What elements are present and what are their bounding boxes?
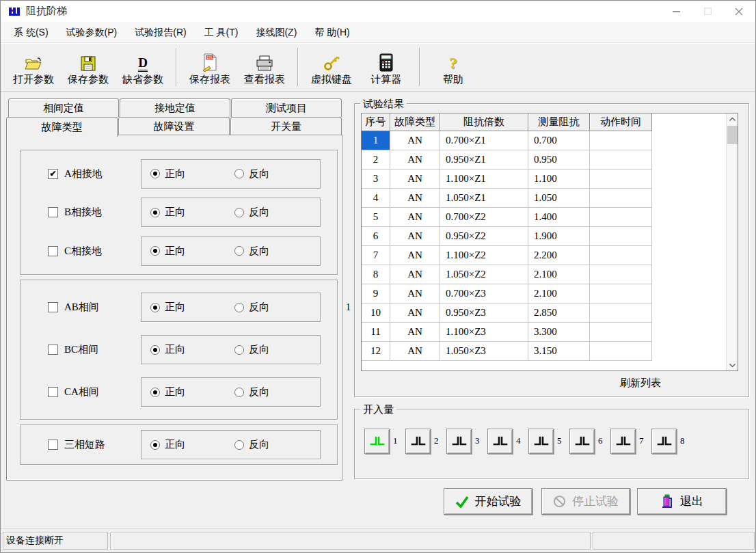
refresh-list-label[interactable]: 刷新列表 [620,377,661,390]
digital-inputs-title: 开入量 [360,403,396,416]
view-report-button[interactable]: 查看报表 [237,45,292,89]
digital-input-channel: 6 [569,429,605,454]
table-row[interactable]: 12 AN 1.050×Z3 3.150 [362,342,726,361]
fault-tab-control: 相间定值接地定值测试项目 故障类型故障设置开关量 ✔ A相接地 正向 反向 [6,98,342,481]
radio-reverse[interactable] [234,440,244,450]
table-row[interactable]: 10 AN 0.950×Z3 2.850 [362,304,726,323]
menu-item[interactable]: 帮 助(H) [306,22,358,42]
radio-forward[interactable] [150,246,160,256]
table-row[interactable]: 3 AN 1.100×Z1 1.100 [362,170,726,189]
radio-forward[interactable] [150,345,160,355]
radio-reverse[interactable] [234,345,244,355]
contact-switch-button[interactable] [651,429,677,454]
radio-forward[interactable] [150,208,160,217]
column-header[interactable]: 阻抗倍数 [440,113,528,131]
save-report-button[interactable]: EXL 保存报表 [183,45,237,89]
vertical-scrollbar[interactable] [726,113,738,370]
start-test-button[interactable]: 开始试验 [444,488,532,515]
contact-switch-button[interactable] [610,429,636,454]
table-row[interactable]: 9 AN 0.700×Z3 2.100 [362,284,726,304]
table-row[interactable]: 1 AN 0.700×Z1 0.700 [362,131,726,150]
fault-checkbox[interactable]: ✔ [48,169,58,179]
fault-checkbox[interactable] [48,246,58,256]
cell-measured-impedance: 1.400 [528,208,590,227]
menu-item[interactable]: 试验报告(R) [126,22,195,42]
column-header[interactable]: 故障类型 [390,113,440,131]
close-icon [735,8,743,16]
exit-button[interactable]: 退出 [637,488,727,515]
table-row[interactable]: 6 AN 0.950×Z2 1.900 [362,227,726,246]
tab[interactable]: 相间定值 [8,98,119,117]
radio-forward-label: 正向 [165,386,185,399]
digital-input-channel: 7 [610,429,646,454]
radio-forward[interactable] [150,388,160,397]
radio-reverse[interactable] [234,388,244,397]
radio-forward-label: 正向 [165,206,185,219]
radio-reverse[interactable] [234,169,244,178]
device-status-text: 设备连接断开 [6,535,64,547]
tab[interactable]: 接地定值 [120,98,230,117]
fault-checkbox[interactable] [48,345,58,355]
digital-input-channel: 8 [651,429,687,454]
menu-item[interactable]: 接线图(Z) [247,22,306,42]
direction-radio-group: 正向 反向 [141,198,321,227]
fault-checkbox[interactable] [48,302,58,312]
digital-input-channel: 4 [487,429,523,454]
tab[interactable]: 故障类型 [6,117,118,137]
radio-reverse-label: 反向 [249,438,269,451]
table-row[interactable]: 4 AN 1.050×Z1 1.050 [362,189,726,208]
column-header[interactable]: 动作时间 [590,113,652,131]
menu-item[interactable]: 试验参数(P) [57,22,126,42]
fault-row: 三相短路 正向 反向 [21,429,337,460]
radio-reverse[interactable] [234,303,244,312]
default-params-button[interactable]: D 缺省参数 [116,45,170,89]
menu-item[interactable]: 系 统(S) [5,22,57,42]
fault-checkbox[interactable] [48,207,58,217]
cell-fault-type: AN [390,170,440,189]
contact-switch-button[interactable] [405,429,431,454]
radio-forward[interactable] [150,169,160,178]
cell-fault-type: AN [390,284,440,304]
open-params-button[interactable]: 打开参数 [6,45,61,89]
virtual-keyboard-button[interactable]: 虚拟键盘 [304,45,359,89]
radio-reverse[interactable] [234,208,244,217]
contact-switch-button[interactable] [446,429,472,454]
help-button[interactable]: ? 帮助 [426,45,481,89]
radio-forward[interactable] [150,303,160,312]
column-header[interactable]: 序号 [362,113,390,131]
cell-impedance-multiple: 1.050×Z3 [440,342,528,361]
stop-test-button[interactable]: 停止试验 [541,488,630,515]
scroll-up-button[interactable] [727,113,738,124]
save-report-icon: EXL [202,51,218,72]
contact-switch-button[interactable] [528,429,554,454]
cell-measured-impedance: 1.100 [528,170,590,189]
table-row[interactable]: 2 AN 0.950×Z1 0.950 [362,150,726,170]
tab[interactable]: 故障设置 [118,117,230,135]
table-row[interactable]: 5 AN 0.700×Z2 1.400 [362,208,726,227]
maximize-button[interactable] [692,1,723,22]
table-row[interactable]: 8 AN 1.050×Z2 2.100 [362,265,726,284]
table-row[interactable]: 7 AN 1.100×Z2 2.200 [362,246,726,265]
cell-fault-type: AN [390,323,440,342]
cell-measured-impedance: 2.100 [528,284,590,304]
close-button[interactable] [723,1,755,22]
radio-forward[interactable] [150,440,160,450]
save-params-button[interactable]: 保存参数 [61,45,116,89]
tab[interactable]: 测试项目 [231,98,342,117]
calculator-button[interactable]: 计算器 [359,45,414,89]
radio-reverse[interactable] [234,246,244,256]
table-row[interactable]: 11 AN 1.100×Z3 3.300 [362,323,726,342]
menu-item[interactable]: 工 具(T) [195,22,247,42]
scrollbar-thumb[interactable] [727,126,738,144]
fault-checkbox[interactable] [48,440,58,450]
contact-switch-button[interactable] [569,429,595,454]
fault-checkbox[interactable] [48,387,58,397]
tab[interactable]: 开关量 [230,117,342,135]
column-header[interactable]: 测量阻抗 [528,113,590,131]
minimize-button[interactable] [660,1,692,22]
contact-switch-button[interactable] [364,429,390,454]
virtual-keyboard-key-icon [323,51,340,72]
fault-label: C相接地 [64,245,141,258]
scroll-down-button[interactable] [727,360,738,370]
contact-switch-button[interactable] [487,429,513,454]
